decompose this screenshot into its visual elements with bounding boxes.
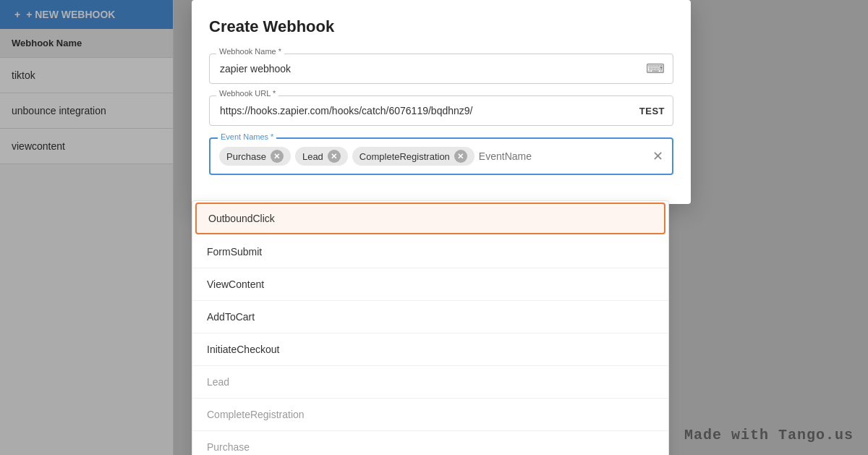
dropdown-item-label: OutboundClick: [208, 213, 275, 224]
event-tag-lead: Lead ✕: [295, 147, 348, 166]
webhook-name-input[interactable]: [209, 54, 673, 84]
test-button[interactable]: TEST: [639, 106, 665, 116]
dropdown-item-formsubmit[interactable]: FormSubmit: [192, 236, 668, 268]
dropdown-item-label: AddToCart: [207, 311, 255, 323]
dropdown-item-lead[interactable]: Lead: [192, 366, 668, 399]
dropdown-item-addtocart[interactable]: AddToCart: [192, 301, 668, 333]
dropdown-item-label: ViewContent: [207, 278, 264, 290]
event-names-dropdown: OutboundClick FormSubmit ViewContent Add…: [192, 200, 669, 455]
dropdown-item-outboundclick[interactable]: OutboundClick: [195, 203, 665, 234]
webhook-name-group: Webhook Name * ⌨: [209, 54, 673, 84]
tango-watermark: Made with Tango.us: [684, 427, 854, 443]
webhook-url-input[interactable]: [209, 95, 673, 126]
event-tag-lead-label: Lead: [302, 151, 323, 162]
dropdown-item-label: InitiateCheckout: [207, 344, 279, 355]
event-tag-completereg-label: CompleteRegistration: [359, 151, 450, 162]
dropdown-item-initiatecheckout[interactable]: InitiateCheckout: [192, 333, 668, 366]
modal-title: Create Webhook: [209, 17, 673, 36]
create-webhook-modal: Create Webhook Webhook Name * ⌨ Webhook …: [192, 0, 691, 204]
event-tag-purchase-label: Purchase: [226, 151, 266, 162]
dropdown-item-label: FormSubmit: [207, 246, 262, 258]
event-names-field[interactable]: Event Names * Purchase ✕ Lead ✕ Complete…: [209, 137, 673, 175]
event-tag-purchase-remove[interactable]: ✕: [271, 150, 284, 163]
dropdown-item-label: Lead: [207, 376, 229, 388]
webhook-url-group: Webhook URL * TEST: [209, 95, 673, 126]
event-tag-completereg: CompleteRegistration ✕: [352, 147, 475, 166]
event-name-input[interactable]: [479, 150, 648, 162]
event-tag-completereg-remove[interactable]: ✕: [454, 150, 467, 163]
event-clear-button[interactable]: ✕: [652, 150, 663, 163]
event-names-label: Event Names *: [218, 132, 276, 141]
dropdown-item-label: CompleteRegistration: [207, 409, 305, 420]
dropdown-item-viewcontent[interactable]: ViewContent: [192, 268, 668, 301]
webhook-url-label: Webhook URL *: [216, 89, 278, 98]
dropdown-item-completereg[interactable]: CompleteRegistration: [192, 399, 668, 431]
event-tag-lead-remove[interactable]: ✕: [328, 150, 341, 163]
event-tag-purchase: Purchase ✕: [219, 147, 291, 166]
webhook-name-label: Webhook Name *: [216, 47, 284, 56]
event-names-group: Event Names * Purchase ✕ Lead ✕ Complete…: [209, 137, 673, 175]
dropdown-item-label: Purchase: [207, 441, 250, 453]
keyboard-icon: ⌨: [646, 61, 665, 77]
dropdown-item-purchase[interactable]: Purchase: [192, 431, 668, 455]
